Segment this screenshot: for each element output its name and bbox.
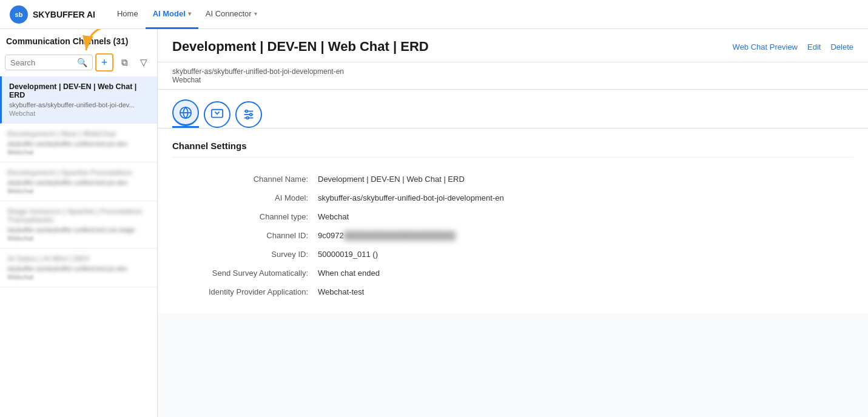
field-channel-type: Channel type: Webchat	[172, 207, 853, 226]
topbar: sb SKYBUFFER AI Home AI Model ▾ AI Conne…	[0, 0, 868, 29]
content-area: Channel Settings Channel Name: Developme…	[158, 128, 868, 313]
sidebar-list: Development | DEV-EN | Web Chat | ERD sk…	[0, 76, 157, 417]
svg-point-7	[246, 110, 248, 112]
section-title: Channel Settings	[172, 141, 853, 158]
field-identity-provider: Identity Provider Application: Webchat-t…	[172, 282, 853, 301]
field-value-ai-model: skybuffer-as/skybuffer-unified-bot-joi-d…	[318, 193, 504, 202]
list-item-title: Development | New | WebChat	[7, 130, 150, 138]
search-box: 🔍	[5, 55, 93, 70]
sidebar-toolbar: 🔍 + ⧉ ▽	[0, 51, 157, 76]
layout: Communication Channels (31) 🔍 +	[0, 29, 868, 417]
search-input[interactable]	[10, 58, 73, 67]
list-item-sub: skybuffer-as/skybuffer-unified-bot-joi-d…	[7, 265, 141, 272]
field-label-channel-name: Channel Name:	[172, 175, 318, 184]
field-label-survey-id: Survey ID:	[172, 250, 318, 259]
field-value-channel-name: Development | DEV-EN | Web Chat | ERD	[318, 175, 465, 184]
list-item-sub: skybuffer-as/skybuffer-unified-bot-soi-s…	[7, 226, 141, 233]
add-channel-button[interactable]: +	[95, 53, 113, 72]
main-header: Development | DEV-EN | Web Chat | ERD We…	[158, 29, 868, 62]
field-value-send-survey: When chat ended	[318, 269, 380, 278]
list-item-tag: Webchat	[7, 273, 150, 281]
list-item-title: Development | Sparkle Foundation	[7, 168, 150, 177]
web-chat-preview-link[interactable]: Web Chat Preview	[733, 42, 798, 52]
svg-point-8	[250, 113, 252, 116]
page-title: Development | DEV-EN | Web Chat | ERD	[172, 39, 429, 55]
channel-icon	[179, 106, 192, 119]
copy-button[interactable]: ⧉	[116, 54, 133, 71]
tab-settings[interactable]	[235, 101, 262, 128]
field-send-survey: Send Survey Automatically: When chat end…	[172, 264, 853, 282]
svg-point-9	[246, 116, 249, 119]
list-item-tag: Webchat	[7, 235, 150, 242]
list-item-tag: Webchat	[7, 148, 150, 156]
edit-link[interactable]: Edit	[807, 42, 821, 52]
list-item-tag: Webchat	[9, 110, 150, 117]
header-actions: Web Chat Preview Edit Delete	[733, 42, 853, 52]
search-icon: 🔍	[77, 58, 87, 67]
field-channel-id: Channel ID: 9c0972████████████████████	[172, 226, 853, 245]
list-item-sub: skybuffer-as/skybuffer-unified-bot-joi-d…	[7, 179, 141, 186]
field-value-identity-provider: Webchat-test	[318, 287, 364, 296]
field-value-channel-type: Webchat	[318, 212, 349, 221]
field-ai-model: AI Model: skybuffer-as/skybuffer-unified…	[172, 188, 853, 207]
main-content: Development | DEV-EN | Web Chat | ERD We…	[158, 29, 868, 417]
sidebar: Communication Channels (31) 🔍 +	[0, 29, 158, 417]
sidebar-header: Communication Channels (31)	[0, 29, 157, 51]
nav-ai-connector[interactable]: AI Connector ▾	[198, 0, 264, 29]
main-nav: Home AI Model ▾ AI Connector ▾	[110, 0, 264, 29]
field-label-identity-provider: Identity Provider Application:	[172, 287, 318, 296]
breadcrumb-type: Webchat	[172, 76, 853, 84]
filter-button[interactable]: ▽	[135, 54, 152, 71]
list-item-sub: skybuffer-as/skybuffer-unified-bot-joi-d…	[7, 140, 141, 147]
field-value-survey-id: 50000019_011 ()	[318, 250, 378, 259]
field-survey-id: Survey ID: 50000019_011 ()	[172, 245, 853, 264]
list-item-title: Stage Instance | Sparkle | Foundation Tr…	[7, 207, 150, 224]
list-item[interactable]: Development | Sparkle Foundation skybuff…	[0, 162, 157, 201]
logo: sb SKYBUFFER AI	[10, 5, 95, 24]
tabs	[158, 90, 868, 128]
nav-ai-model[interactable]: AI Model ▾	[146, 0, 198, 29]
ai-model-chevron: ▾	[188, 10, 191, 17]
field-label-send-survey: Send Survey Automatically:	[172, 269, 318, 278]
settings-icon	[242, 108, 255, 121]
brand-name: SKYBUFFER AI	[33, 10, 95, 19]
field-channel-name: Channel Name: Development | DEV-EN | Web…	[172, 170, 853, 188]
list-item[interactable]: Development | New | WebChat skybuffer-as…	[0, 124, 157, 162]
channel-id-blurred: ████████████████████	[344, 231, 456, 240]
field-value-channel-id: 9c0972████████████████████	[318, 231, 456, 240]
tab-channel[interactable]	[172, 99, 199, 126]
logo-icon: sb	[10, 5, 28, 24]
breadcrumb-path: skybuffer-as/skybuffer-unified-bot-joi-d…	[172, 67, 853, 76]
tab-messages[interactable]	[204, 101, 230, 128]
list-item[interactable]: Stage Instance | Sparkle | Foundation Tr…	[0, 201, 157, 249]
ai-connector-chevron: ▾	[254, 10, 257, 17]
list-item-title: Development | DEV-EN | Web Chat | ERD	[9, 82, 150, 99]
list-item-sub: skybuffer-as/skybuffer-unified-bot-joi-d…	[9, 101, 143, 108]
messages-icon	[210, 108, 224, 121]
nav-home[interactable]: Home	[110, 0, 146, 29]
list-item-active[interactable]: Development | DEV-EN | Web Chat | ERD sk…	[0, 76, 157, 124]
list-item[interactable]: AI Sales | AI Mini | DEV skybuffer-as/sk…	[0, 249, 157, 287]
delete-link[interactable]: Delete	[830, 42, 853, 52]
field-label-channel-type: Channel type:	[172, 212, 318, 221]
field-label-ai-model: AI Model:	[172, 193, 318, 202]
list-item-title: AI Sales | AI Mini | DEV	[7, 255, 150, 263]
breadcrumb: skybuffer-as/skybuffer-unified-bot-joi-d…	[158, 62, 868, 90]
list-item-tag: Webchat	[7, 187, 150, 195]
field-label-channel-id: Channel ID:	[172, 231, 318, 240]
